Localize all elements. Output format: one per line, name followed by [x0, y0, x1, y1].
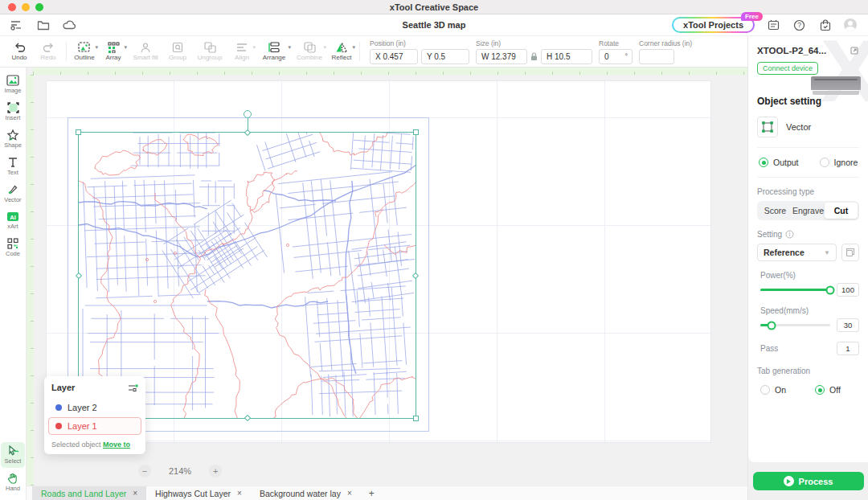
arrange-button[interactable]: ▾ Arrange	[256, 42, 292, 61]
svg-text:AI: AI	[10, 214, 16, 221]
output-radio[interactable]: Output	[759, 158, 799, 167]
layer-row-layer1[interactable]: Layer 1	[48, 417, 141, 435]
vector-object-icon	[757, 117, 778, 137]
size-w-field[interactable]	[476, 49, 527, 64]
handle-bottom-right[interactable]	[413, 416, 419, 421]
zoom-level[interactable]: 214%	[169, 466, 191, 476]
material-library-icon[interactable]	[841, 244, 859, 261]
folder-icon[interactable]	[36, 18, 50, 32]
process-footer: Process	[748, 462, 868, 500]
processing-type-label: Processing type	[757, 187, 859, 196]
free-badge: Free	[741, 12, 763, 21]
smart-fill-button[interactable]: Smart fill	[128, 42, 163, 61]
sidebar-item-insert[interactable]: Insert	[1, 100, 25, 125]
expand-device-icon[interactable]	[850, 47, 858, 55]
redo-button[interactable]: Redo	[34, 42, 63, 61]
xtool-projects-button[interactable]: xTool Projects Free	[672, 17, 755, 33]
position-x-field[interactable]	[370, 49, 418, 64]
handle-top-left[interactable]	[76, 129, 81, 135]
cloud-icon[interactable]	[63, 18, 76, 32]
object-type-row[interactable]: Vector	[757, 117, 859, 148]
add-tab-button[interactable]: +	[361, 486, 383, 500]
processing-type-segmented: Score Engrave Cut	[757, 201, 859, 220]
undo-button[interactable]: Undo	[5, 42, 34, 61]
avatar[interactable]	[844, 18, 857, 31]
output-ignore-radios: Output Ignore	[757, 148, 859, 178]
canvas[interactable]: Layer Layer 2 Layer 1 Selected	[27, 68, 747, 500]
connect-device-button[interactable]: Connect device	[757, 62, 818, 75]
sidebar-item-shape[interactable]: Shape	[1, 127, 25, 152]
tab-background-water-layer[interactable]: Background water lay ×	[251, 486, 361, 500]
align-button[interactable]: ▾ Align	[227, 42, 256, 61]
lock-ratio-icon[interactable]	[530, 52, 538, 61]
sidebar-item-vector[interactable]: Vector	[1, 182, 25, 207]
ignore-radio[interactable]: Ignore	[820, 158, 858, 167]
position-y-field[interactable]	[421, 49, 469, 64]
sidebar-item-text[interactable]: Text	[1, 154, 25, 179]
handle-top-right[interactable]	[413, 129, 419, 135]
pass-value-box[interactable]: 1	[837, 342, 859, 355]
window-title: xTool Creative Space	[0, 2, 868, 12]
layer-panel-title: Layer	[51, 383, 75, 392]
speed-slider-knob[interactable]	[767, 321, 776, 330]
sidebar-item-code[interactable]: Code	[1, 236, 25, 260]
mode-engrave[interactable]: Engrave	[792, 203, 825, 219]
ungroup-button[interactable]: Ungroup	[192, 42, 227, 61]
array-button[interactable]: ▾ Array	[99, 42, 128, 61]
setting-label-row: Setting i	[757, 230, 859, 239]
whats-new-icon[interactable]	[767, 18, 780, 32]
seattle-map-vector[interactable]	[79, 133, 416, 418]
close-tab-icon[interactable]: ×	[347, 489, 352, 498]
sidebar-item-select[interactable]: Select	[1, 442, 25, 468]
outline-button[interactable]: ▾ Outline	[70, 42, 99, 61]
power-slider-row: 100	[757, 283, 859, 297]
svg-text:i: i	[789, 232, 790, 237]
store-icon[interactable]	[818, 18, 832, 32]
info-icon[interactable]: i	[785, 230, 794, 239]
layer-panel: Layer Layer 2 Layer 1 Selected	[44, 376, 145, 454]
close-tab-icon[interactable]: ×	[133, 489, 137, 498]
help-icon[interactable]: ?	[792, 18, 806, 32]
power-value-box[interactable]: 100	[837, 283, 859, 297]
size-group: Size (in)	[476, 39, 592, 64]
speed-value-box[interactable]: 30	[837, 318, 859, 332]
reflect-button[interactable]: ▾ Reflect	[327, 42, 356, 61]
process-button[interactable]: Process	[753, 472, 864, 490]
vector-pen-icon	[7, 184, 18, 195]
play-icon	[784, 476, 794, 486]
close-tab-icon[interactable]: ×	[237, 489, 242, 498]
rotation-handle[interactable]	[244, 110, 252, 118]
tab-generation-label: Tab generation	[757, 367, 859, 375]
mode-cut[interactable]: Cut	[825, 203, 858, 219]
preset-dropdown[interactable]: Reference ▼	[757, 244, 837, 261]
group-button[interactable]: Group	[163, 42, 192, 61]
right-panel: X XTOOL-P2_64... Connect device Object s…	[747, 36, 868, 500]
tab-on-radio[interactable]: On	[760, 385, 786, 395]
move-to-link[interactable]: Move to	[103, 441, 130, 449]
zoom-in-button[interactable]: +	[209, 465, 222, 477]
power-slider-knob[interactable]	[826, 285, 835, 294]
corner-radius-field[interactable]	[639, 49, 674, 64]
titlebar: xTool Creative Space	[0, 0, 868, 14]
layer1-color-dot	[55, 423, 62, 429]
sidebar-item-hand[interactable]: Hand	[1, 470, 25, 495]
layer-row-layer2[interactable]: Layer 2	[48, 399, 141, 416]
tab-roads-and-land-layer[interactable]: Roads and Land Layer ×	[32, 486, 146, 500]
combine-button[interactable]: ▾ Combine	[292, 42, 327, 61]
menu-icon[interactable]	[10, 18, 23, 32]
layer-filter-icon[interactable]	[128, 383, 138, 392]
workspace[interactable]	[46, 80, 711, 443]
tab-off-radio[interactable]: Off	[815, 385, 841, 395]
app-header: Seattle 3D map xTool Projects Free ?	[0, 14, 868, 36]
sidebar-item-xart[interactable]: AI xArt	[1, 209, 25, 233]
device-section: XTOOL-P2_64... Connect device	[757, 46, 859, 75]
mode-score[interactable]: Score	[759, 203, 792, 219]
power-slider[interactable]	[760, 289, 830, 291]
speed-slider[interactable]	[760, 324, 830, 326]
zoom-out-button[interactable]: −	[138, 465, 151, 477]
sidebar-item-image[interactable]: Image	[1, 72, 25, 97]
power-label: Power(%)	[757, 271, 859, 280]
size-h-field[interactable]	[541, 49, 592, 64]
grid-line	[497, 81, 497, 442]
tab-highways-cut-layer[interactable]: Highways Cut Layer ×	[146, 486, 251, 500]
